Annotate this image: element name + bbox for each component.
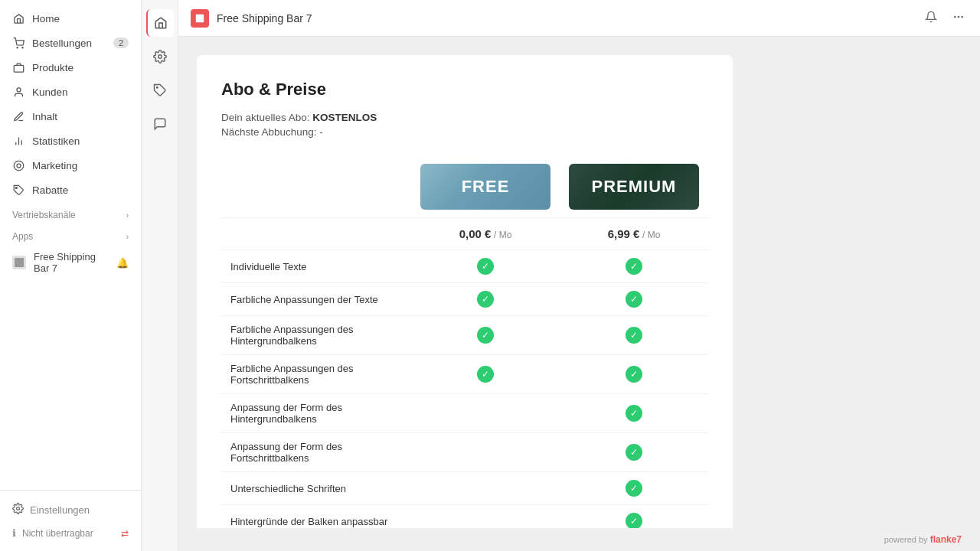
home-icon	[12, 12, 24, 24]
topbar-app-icon	[191, 9, 209, 28]
feature-row-7: Hintergründe der Balken anpassbar✓	[221, 505, 708, 529]
sidebar-item-produkte-label: Produkte	[32, 62, 74, 73]
sidebar-bottom: Einstellungen ℹ Nicht übertragbar ⇄	[0, 490, 141, 551]
feature-label-5: Anpassung der Form des Fortschrittbalken…	[221, 433, 411, 472]
app-bell-icon[interactable]: 🔔	[116, 257, 129, 269]
feature-row-0: Individuelle Texte✓✓	[221, 250, 708, 283]
free-plan-header-cell: FREE	[411, 156, 560, 218]
check-icon: ✓	[626, 327, 642, 344]
free-price-cell: 0,00 € / Mo	[411, 218, 560, 250]
svg-point-17	[961, 15, 963, 18]
feature-row-3: Farbliche Anpassungen des Fortschrittbal…	[221, 355, 708, 394]
page-footer: powered by flanke7	[178, 528, 980, 551]
sidebar-item-home[interactable]: Home	[0, 6, 141, 31]
plan-headers-row: FREE PREMIUM	[221, 156, 708, 218]
pricing-card: Abo & Preise Dein aktuelles Abo: KOSTENL…	[197, 55, 733, 528]
feature-label-3: Farbliche Anpassungen des Fortschrittbal…	[221, 355, 411, 394]
svg-point-3	[17, 87, 21, 91]
sidebar-item-rabatte[interactable]: Rabatte	[0, 178, 141, 202]
card-title: Abo & Preise	[221, 80, 708, 99]
feature-free-4	[411, 394, 560, 433]
sidebar-item-inhalt[interactable]: Inhalt	[0, 104, 141, 129]
svg-point-0	[17, 47, 18, 47]
feature-row-5: Anpassung der Form des Fortschrittbalken…	[221, 433, 708, 472]
sidebar-item-produkte[interactable]: Produkte	[0, 55, 141, 80]
more-button[interactable]	[949, 8, 968, 29]
info-icon: ℹ	[12, 527, 16, 539]
next-billing-label: Nächste Abbuchung:	[221, 126, 317, 138]
check-icon: ✓	[477, 366, 494, 383]
check-icon: ✓	[626, 366, 642, 383]
vertriebskanaele-section[interactable]: Vertriebskanäle ›	[0, 202, 141, 223]
brand-text: flanke7	[930, 534, 962, 545]
features-table: FREE PREMIUM 0,00 € / M	[221, 156, 708, 528]
next-billing-line: Nächste Abbuchung: -	[221, 126, 708, 138]
sec-support-icon[interactable]	[146, 110, 174, 138]
sidebar-item-kunden[interactable]: Kunden	[0, 80, 141, 104]
not-transferable-item: ℹ Nicht übertragbar ⇄	[0, 521, 141, 545]
feature-free-1: ✓	[411, 283, 560, 316]
check-icon: ✓	[626, 480, 642, 497]
sidebar-item-statistiken-label: Statistiken	[32, 135, 80, 147]
sidebar-nav: Home Bestellungen 2 Produkte Kunden In	[0, 0, 141, 490]
premium-plan-label: PREMIUM	[569, 164, 699, 210]
feature-label-6: Unterschiedliche Schriften	[221, 472, 411, 505]
free-plan-label: FREE	[420, 164, 550, 210]
free-price: 0,00 €	[459, 227, 492, 240]
svg-point-9	[15, 187, 17, 188]
apps-section[interactable]: Apps ›	[0, 223, 141, 245]
check-icon: ✓	[626, 513, 642, 528]
apps-chevron: ›	[126, 233, 129, 241]
premium-price: 6,99 €	[608, 227, 640, 240]
current-plan-value: KOSTENLOS	[312, 112, 377, 123]
feature-premium-3: ✓	[560, 355, 708, 394]
price-row: 0,00 € / Mo 6,99 € / Mo	[221, 218, 708, 250]
feature-row-6: Unterschiedliche Schriften✓	[221, 472, 708, 505]
feature-premium-0: ✓	[560, 250, 708, 283]
feature-label-7: Hintergründe der Balken anpassbar	[221, 505, 411, 529]
content-icon	[12, 110, 24, 122]
feature-premium-2: ✓	[560, 316, 708, 355]
feature-free-0: ✓	[411, 250, 560, 283]
products-icon	[12, 61, 24, 73]
premium-price-cell: 6,99 € / Mo	[560, 218, 708, 250]
premium-period: / Mo	[642, 230, 660, 240]
bestellungen-badge: 2	[113, 37, 129, 48]
settings-icon	[12, 503, 24, 517]
check-icon: ✓	[626, 444, 642, 461]
bell-button[interactable]	[922, 8, 940, 29]
apps-label: Apps	[12, 231, 33, 242]
feature-premium-6: ✓	[560, 472, 708, 505]
sec-home-icon[interactable]	[146, 9, 174, 37]
sec-settings-icon[interactable]	[146, 43, 174, 70]
feature-label-0: Individuelle Texte	[221, 250, 411, 283]
svg-point-16	[958, 15, 960, 18]
svg-point-1	[21, 47, 22, 47]
sidebar-item-home-label: Home	[32, 13, 60, 24]
topbar: Free Shipping Bar 7	[178, 0, 980, 37]
premium-plan-header-cell: PREMIUM	[560, 156, 708, 218]
feature-premium-4: ✓	[560, 394, 708, 433]
current-plan-line: Dein aktuelles Abo: KOSTENLOS	[221, 112, 708, 123]
sidebar: Home Bestellungen 2 Produkte Kunden In	[0, 0, 142, 551]
check-icon: ✓	[626, 405, 642, 422]
app-item-freeshippingbar[interactable]: Free Shipping Bar 7 🔔	[0, 245, 141, 280]
marketing-icon	[12, 159, 24, 171]
settings-item[interactable]: Einstellungen	[0, 498, 141, 521]
feature-premium-7: ✓	[560, 505, 708, 529]
sec-tag-icon[interactable]	[146, 77, 174, 104]
sidebar-item-marketing[interactable]: Marketing	[0, 153, 141, 178]
secondary-sidebar	[142, 0, 178, 551]
sidebar-item-kunden-label: Kunden	[32, 86, 68, 98]
free-period: / Mo	[494, 230, 511, 240]
check-icon: ✓	[477, 327, 494, 344]
feature-premium-1: ✓	[560, 283, 708, 316]
sidebar-item-bestellungen[interactable]: Bestellungen 2	[0, 31, 141, 55]
main-content: Free Shipping Bar 7 Abo & Preise Dein ak…	[178, 0, 980, 551]
svg-point-12	[158, 55, 162, 59]
sidebar-item-statistiken[interactable]: Statistiken	[0, 129, 141, 153]
check-icon: ✓	[477, 291, 494, 308]
settings-label: Einstellungen	[30, 504, 90, 516]
content-area: Abo & Preise Dein aktuelles Abo: KOSTENL…	[178, 37, 980, 528]
powered-by-text: powered by	[884, 535, 928, 544]
